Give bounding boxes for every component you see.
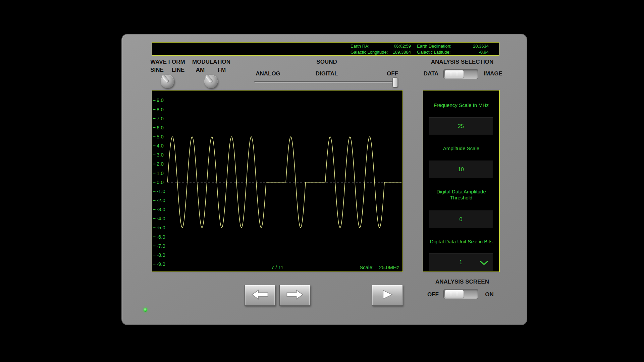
svg-text:-7.0: -7.0: [157, 243, 165, 249]
svg-text:-4.0: -4.0: [157, 216, 165, 221]
chevron-down-icon: [480, 260, 488, 266]
modulation-option-fm: FM: [218, 67, 226, 73]
earth-ra-label: Earth RA:: [351, 44, 390, 49]
status-row: Galactic Longitude: 189.3884 Galactic La…: [351, 50, 489, 55]
analysis-screen-option-on: ON: [485, 291, 494, 298]
unit-size-value: 1: [460, 259, 463, 265]
svg-text:-5.0: -5.0: [157, 225, 165, 230]
play-icon: [381, 289, 393, 301]
svg-text:-6.0: -6.0: [157, 234, 165, 240]
svg-text:9.0: 9.0: [157, 97, 164, 103]
arrow-right-icon: [286, 289, 304, 302]
sound-option-off: OFF: [387, 70, 398, 77]
svg-text:2.0: 2.0: [157, 161, 164, 167]
wave-form-option-sine: SINE: [150, 67, 164, 73]
digital-threshold-value: 0: [460, 217, 463, 223]
wave-form-option-line: LINE: [172, 67, 185, 73]
analysis-screen-option-off: OFF: [427, 291, 439, 298]
wave-form-title: WAVE FORM: [150, 59, 185, 65]
earth-declination-label: Earth Declination:: [417, 44, 466, 49]
amplitude-scale-input[interactable]: 10: [429, 161, 493, 178]
svg-text:4.0: 4.0: [157, 143, 164, 148]
arrow-left-icon: [251, 289, 269, 302]
modulation-title: MODULATION: [192, 59, 230, 65]
wave-form-knob[interactable]: [161, 75, 174, 88]
svg-text:-8.0: -8.0: [157, 252, 165, 258]
svg-text:6.0: 6.0: [157, 125, 164, 130]
svg-text:7.0: 7.0: [157, 116, 164, 121]
background: Earth RA: 06:02:59 Earth Declination: 20…: [0, 0, 644, 362]
svg-text:5.0: 5.0: [157, 134, 164, 139]
sound-option-analog: ANALOG: [256, 70, 280, 77]
svg-text:-1.0: -1.0: [157, 188, 165, 194]
scale-value: 25.0MHz: [379, 264, 399, 270]
sound-title: SOUND: [316, 59, 337, 65]
status-readouts: Earth RA: 06:02:59 Earth Declination: 20…: [351, 44, 489, 56]
frequency-scale-label: Frequency Scale In MHz: [427, 102, 496, 108]
unit-size-label: Digital Data Unit Size in Bits: [427, 239, 496, 245]
frequency-scale-value: 25: [458, 123, 464, 129]
frequency-scale-input[interactable]: 25: [429, 117, 493, 135]
svg-text:-2.0: -2.0: [157, 197, 165, 203]
status-row: Earth RA: 06:02:59 Earth Declination: 20…: [351, 44, 489, 49]
galactic-latitude-label: Galactic Latitude:: [417, 50, 466, 55]
settings-panel: Frequency Scale In MHz 25 Amplitude Scal…: [423, 90, 500, 272]
svg-text:1.0: 1.0: [157, 170, 164, 176]
sound-slider-handle[interactable]: [392, 77, 398, 87]
galactic-longitude-label: Galactic Longitude:: [351, 50, 390, 55]
svg-text:8.0: 8.0: [157, 107, 164, 112]
power-led: [144, 308, 147, 312]
scale-label: Scale:: [360, 264, 374, 270]
analysis-screen-toggle[interactable]: [443, 289, 478, 299]
amplitude-scale-label: Amplitude Scale: [427, 145, 496, 152]
oscilloscope-screen: 9.08.07.06.05.04.03.02.01.00.0-1.0-2.0-3…: [152, 90, 403, 272]
toggle-knob: [445, 290, 464, 298]
svg-text:3.0: 3.0: [157, 152, 164, 158]
svg-text:0.0: 0.0: [157, 179, 164, 185]
analysis-selection-title: ANALYSIS SELECTION: [431, 59, 493, 65]
galactic-longitude-value: 189.3884: [390, 50, 411, 55]
scope-plot: 9.08.07.06.05.04.03.02.01.00.0-1.0-2.0-3…: [152, 90, 402, 272]
sound-slider-track[interactable]: [254, 81, 398, 83]
previous-frame-button[interactable]: [245, 285, 275, 306]
svg-text:-3.0: -3.0: [157, 206, 165, 212]
instrument-panel: Earth RA: 06:02:59 Earth Declination: 20…: [121, 34, 527, 325]
analysis-screen-title: ANALYSIS SCREEN: [435, 279, 489, 285]
analysis-selection-option-data: DATA: [424, 70, 439, 77]
unit-size-select[interactable]: 1: [429, 253, 493, 271]
galactic-latitude-value: -0.94: [466, 50, 489, 55]
modulation-knob[interactable]: [204, 75, 218, 88]
modulation-option-am: AM: [196, 67, 205, 73]
scale-readout: Scale:25.0MHz: [360, 264, 399, 270]
play-button[interactable]: [372, 285, 403, 306]
sound-option-digital: DIGITAL: [316, 70, 338, 77]
digital-threshold-input[interactable]: 0: [429, 210, 493, 228]
next-frame-button[interactable]: [279, 285, 310, 306]
digital-threshold-label: Digital Data Amplitude Threshold: [427, 189, 496, 201]
toggle-knob: [445, 70, 464, 78]
analysis-selection-option-image: IMAGE: [484, 70, 502, 77]
analysis-selection-toggle[interactable]: [443, 69, 478, 79]
earth-ra-value: 06:02:59: [390, 44, 411, 49]
amplitude-scale-value: 10: [458, 167, 464, 173]
earth-declination-value: 20.3634: [466, 44, 489, 49]
status-bar: Earth RA: 06:02:59 Earth Declination: 20…: [152, 42, 499, 56]
